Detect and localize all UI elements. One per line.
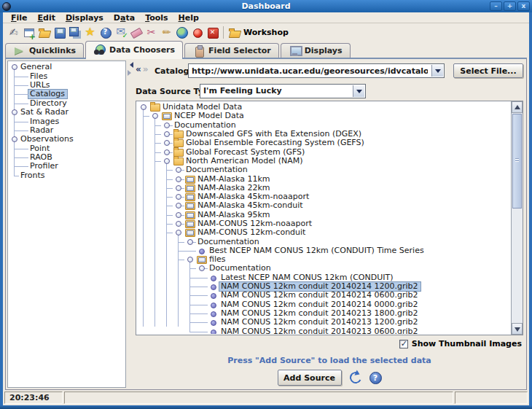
- tree-expand-toggle-icon[interactable]: [176, 185, 181, 191]
- catalog-tree-row[interactable]: Documentation: [138, 165, 510, 174]
- tree-handle[interactable]: [19, 153, 28, 162]
- sidebar-tree-row[interactable]: RAOB: [9, 153, 125, 162]
- favorites-star-icon[interactable]: [83, 26, 97, 39]
- add-source-button[interactable]: Add Source: [278, 370, 342, 386]
- catalog-tree-row[interactable]: NAM-Alaska 11km: [138, 174, 510, 183]
- catalog-tree-row[interactable]: NAM-Alaska 95km: [138, 211, 510, 219]
- tree-handle[interactable]: [19, 126, 28, 135]
- sidebar-tree-row[interactable]: General: [9, 63, 125, 71]
- catalog-tree-row[interactable]: NAM-CONUS 12km-conduit: [138, 228, 510, 237]
- tree-handle[interactable]: [19, 81, 28, 90]
- sidebar-tree-row[interactable]: Sat & Radar: [9, 108, 125, 117]
- tree-handle[interactable]: [9, 63, 19, 71]
- catalog-url-input[interactable]: [190, 65, 429, 77]
- save-icon[interactable]: [52, 26, 66, 39]
- tree-handle[interactable]: [196, 300, 208, 309]
- tree-handle[interactable]: [196, 327, 208, 334]
- scroll-up-icon[interactable]: [512, 101, 523, 113]
- tree-handle[interactable]: [196, 318, 208, 327]
- catalog-tree-row[interactable]: Global Ensemble Forecasting System (GEFS…: [138, 139, 510, 147]
- catalog-tree-row[interactable]: files: [138, 255, 510, 264]
- maximize-button[interactable]: +: [504, 1, 516, 11]
- tree-handle[interactable]: [149, 112, 161, 120]
- scroll-down-icon[interactable]: [512, 323, 523, 335]
- combo-dropdown-icon[interactable]: [431, 65, 443, 77]
- catalog-tree-row[interactable]: Documentation: [138, 264, 510, 273]
- tree-expand-toggle-icon[interactable]: [199, 265, 205, 271]
- tree-handle[interactable]: [19, 71, 28, 80]
- catalog-tree-row[interactable]: NCEP Model Data: [138, 112, 510, 120]
- tree-handle[interactable]: [196, 291, 208, 300]
- tree-handle[interactable]: [173, 174, 184, 183]
- combo-dropdown-icon[interactable]: [353, 85, 364, 97]
- tree-expand-toggle-icon[interactable]: [164, 149, 170, 155]
- catalog-tree-row[interactable]: NAM-Alaska 45km-conduit: [138, 201, 510, 210]
- tree-handle[interactable]: [173, 219, 184, 228]
- send-support-icon[interactable]: [114, 26, 128, 39]
- sidebar-tree-row[interactable]: Catalogs: [9, 90, 125, 98]
- tree-expand-toggle-icon[interactable]: [12, 109, 17, 115]
- globe-icon[interactable]: [175, 26, 189, 39]
- help-balloon-icon[interactable]: [98, 26, 112, 39]
- sidebar-tree-row[interactable]: URLs: [9, 81, 125, 90]
- show-thumbnails-checkbox[interactable]: [399, 340, 408, 348]
- tree-expand-toggle-icon[interactable]: [176, 176, 181, 182]
- catalog-tree-row[interactable]: NAM-Alaska 22km: [138, 184, 510, 192]
- catalog-tree-row[interactable]: NAM CONUS 12km conduit 20140213 1800.gri…: [138, 309, 510, 318]
- quicklinks-hand-icon[interactable]: [7, 26, 20, 39]
- menu-edit[interactable]: Edit: [33, 13, 60, 23]
- tree-handle[interactable]: [196, 273, 208, 282]
- tree-expand-toggle-icon[interactable]: [187, 239, 193, 245]
- sidebar-tree-row[interactable]: Point: [9, 144, 125, 153]
- forward-icon[interactable]: »: [143, 64, 150, 74]
- tree-handle[interactable]: [173, 192, 184, 201]
- scrollbar-thumb[interactable]: [512, 114, 522, 209]
- tree-handle[interactable]: [161, 130, 173, 139]
- tree-handle[interactable]: [161, 121, 173, 130]
- tree-handle[interactable]: [19, 144, 28, 153]
- tree-expand-toggle-icon[interactable]: [176, 194, 181, 200]
- title-bar[interactable]: Dashboard –+x: [0, 0, 532, 12]
- tree-expand-toggle-icon[interactable]: [164, 140, 170, 146]
- tree-expand-toggle-icon[interactable]: [187, 257, 193, 262]
- data-source-type-combobox[interactable]: I'm Feeling Lucky: [200, 84, 366, 98]
- sidebar-tree-row[interactable]: Fronts: [9, 171, 125, 180]
- tree-handle[interactable]: [196, 264, 208, 273]
- tree-handle[interactable]: [19, 117, 28, 125]
- menu-tools[interactable]: Tools: [140, 13, 173, 23]
- open-folder-icon[interactable]: [37, 26, 51, 39]
- sidebar-tree-row[interactable]: Observations: [9, 135, 125, 144]
- tree-handle[interactable]: [161, 157, 173, 165]
- back-icon[interactable]: «: [136, 64, 143, 74]
- tree-handle[interactable]: [19, 162, 28, 171]
- tree-handle[interactable]: [184, 237, 196, 246]
- catalog-url-combobox[interactable]: [188, 63, 445, 78]
- catalog-tree-row[interactable]: Global Forecast System (GFS): [138, 147, 510, 156]
- sidebar-tree-row[interactable]: Profiler: [9, 162, 125, 171]
- refresh-icon[interactable]: [348, 370, 363, 386]
- tree-handle[interactable]: [138, 103, 149, 112]
- tab-field-selector[interactable]: Field Selector: [184, 43, 279, 58]
- tree-handle[interactable]: [173, 211, 184, 219]
- catalog-tree-row[interactable]: Documentation: [138, 237, 510, 246]
- tab-displays[interactable]: Displays: [281, 43, 351, 58]
- catalog-tree-row[interactable]: NAM-CONUS 12km-noaaport: [138, 219, 510, 228]
- split-pane-divider[interactable]: [126, 59, 133, 389]
- tree-handle[interactable]: [173, 201, 184, 210]
- tree-expand-toggle-icon[interactable]: [176, 203, 181, 209]
- sidebar-tree-row[interactable]: Files: [9, 71, 125, 80]
- menu-file[interactable]: File: [6, 13, 33, 23]
- catalog-tree-row[interactable]: NAM CONUS 12km conduit 20140214 1200.gri…: [138, 282, 510, 291]
- workshop-folder-icon[interactable]: [227, 26, 241, 39]
- tree-handle[interactable]: [173, 228, 184, 237]
- catalog-tree-row[interactable]: NAM CONUS 12km conduit 20140214 0000.gri…: [138, 300, 510, 309]
- tree-expand-toggle-icon[interactable]: [176, 230, 181, 235]
- tab-data-choosers[interactable]: Data Choosers: [85, 41, 183, 58]
- catalog-tree-row[interactable]: Downscaled GFS with Eta Extension (DGEX): [138, 130, 510, 139]
- tab-quicklinks[interactable]: Quicklinks: [5, 43, 84, 58]
- edit-pencil-icon[interactable]: [160, 26, 173, 39]
- tree-handle[interactable]: [9, 135, 19, 144]
- cut-icon[interactable]: [144, 26, 158, 39]
- tree-handle[interactable]: [19, 90, 28, 98]
- save-as-icon[interactable]: [68, 26, 82, 39]
